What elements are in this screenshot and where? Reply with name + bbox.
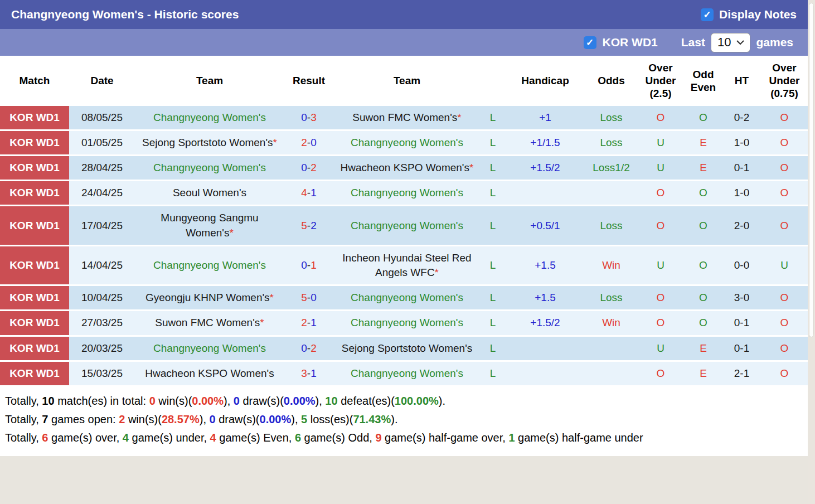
league-link[interactable]: L <box>490 137 496 148</box>
league-link-cell[interactable]: L <box>481 206 505 245</box>
vertical-scrollbar-thumb[interactable] <box>809 3 814 337</box>
summary-segment: 10 <box>42 395 54 407</box>
league-link-cell[interactable]: L <box>481 311 505 336</box>
league-link-cell[interactable]: L <box>481 245 505 285</box>
star-mark: * <box>457 112 461 123</box>
over-under-075-value: O <box>780 342 789 354</box>
league-link[interactable]: L <box>490 220 496 231</box>
last-label: Last <box>681 36 705 49</box>
over-under-075-value: O <box>780 367 789 379</box>
home-score: 0 <box>301 259 307 271</box>
display-notes-checkbox[interactable]: ✓ <box>701 8 714 21</box>
home-score: 0 <box>301 342 307 354</box>
odd-even-cell: O <box>684 206 722 245</box>
over-under-25-value: U <box>657 137 664 148</box>
odds-cell: Loss1/2 <box>585 155 637 180</box>
away-score: 1 <box>311 187 317 198</box>
games-label: games <box>756 36 793 49</box>
odd-even-value: O <box>699 187 707 198</box>
over-under-075-value: O <box>780 162 789 173</box>
summary-segment: game(s) under, <box>129 432 210 444</box>
away-score: 2 <box>311 162 317 173</box>
away-score: 0 <box>311 137 317 148</box>
league-link-cell[interactable]: L <box>481 130 505 155</box>
home-team-cell: Changnyeong Women's <box>135 155 284 180</box>
home-team-cell: Sejong Sportstoto Women's* <box>135 130 284 155</box>
odd-even-cell: O <box>684 106 722 130</box>
team-name: Changnyeong Women's <box>153 259 266 271</box>
col-header-over-under-075: Over Under (0.75) <box>761 56 808 106</box>
result-cell: 2-0 <box>284 130 333 155</box>
home-team-cell: Changnyeong Women's <box>135 106 284 130</box>
home-score: 4 <box>301 187 307 198</box>
league-link-cell[interactable]: L <box>481 181 505 206</box>
half-time-score-cell: 0-2 <box>722 106 761 130</box>
odds-cell: Loss <box>585 285 637 311</box>
summary-segment: 0.00% <box>192 395 224 407</box>
match-league-badge: KOR WD1 <box>0 336 69 361</box>
handicap-cell: +1.5 <box>505 285 585 311</box>
away-score: 2 <box>311 342 317 354</box>
table-row: KOR WD127/03/25Suwon FMC Women's*2-1Chan… <box>0 311 808 336</box>
league-link[interactable]: L <box>490 317 496 328</box>
summary-segment: 0 <box>234 395 240 407</box>
col-header-result: Result <box>284 56 333 106</box>
summary-segment: 1 <box>508 432 515 444</box>
league-link[interactable]: L <box>490 259 496 271</box>
handicap-cell <box>505 361 585 386</box>
table-row: KOR WD115/03/25Hwacheon KSPO Women's3-1C… <box>0 361 808 386</box>
col-header-match: Match <box>0 56 69 106</box>
league-link[interactable]: L <box>490 292 496 303</box>
col-header-odds: Odds <box>585 56 637 106</box>
league-link[interactable]: L <box>490 342 496 354</box>
handicap-value: +1.5/2 <box>530 162 560 173</box>
odd-even-cell: E <box>684 130 722 155</box>
team-name: Changnyeong Women's <box>153 342 266 354</box>
summary-segment: 4 <box>123 432 129 444</box>
team-name: Changnyeong Women's <box>351 292 463 303</box>
league-link[interactable]: L <box>490 367 496 379</box>
summary-segment: ). <box>391 413 397 425</box>
league-link-cell[interactable]: L <box>481 285 505 311</box>
over-under-25-value: O <box>657 220 665 231</box>
last-games-select[interactable]: 10 <box>711 33 750 52</box>
over-under-25-value: U <box>657 342 664 354</box>
odds-cell <box>585 181 637 206</box>
half-time-score-cell: 0-1 <box>722 155 761 180</box>
odd-even-value: O <box>699 220 707 231</box>
league-link[interactable]: L <box>490 187 496 198</box>
team-name: Changnyeong Women's <box>351 220 463 231</box>
over-under-075-value: O <box>780 112 789 123</box>
star-mark: * <box>435 266 439 278</box>
half-time-score-cell: 2-0 <box>722 206 761 245</box>
over-under-075-value: O <box>780 137 789 148</box>
league-link[interactable]: L <box>490 162 496 173</box>
home-team-cell: Changnyeong Women's <box>135 336 284 361</box>
league-link[interactable]: L <box>490 112 496 123</box>
away-score: 3 <box>311 112 317 123</box>
vertical-scrollbar-track[interactable] <box>808 0 815 504</box>
result-cell: 4-1 <box>284 181 333 206</box>
odd-even-value: O <box>699 259 707 271</box>
star-mark: * <box>273 137 277 148</box>
check-icon: ✓ <box>586 38 594 47</box>
summary-section: Totally, 10 match(es) in total: 0 win(s)… <box>0 387 808 456</box>
home-score: 2 <box>301 317 307 328</box>
historic-scores-table: Match Date Team Result Team Handicap Odd… <box>0 56 808 387</box>
league-link-cell[interactable]: L <box>481 155 505 180</box>
half-time-score-cell: 1-0 <box>722 130 761 155</box>
league-link-cell[interactable]: L <box>481 361 505 386</box>
over-under-25-cell: O <box>637 361 684 386</box>
league-link-cell[interactable]: L <box>481 336 505 361</box>
league-checkbox[interactable]: ✓ <box>584 36 596 49</box>
odd-even-value: E <box>700 342 707 354</box>
summary-segment: game(s) Even, <box>216 432 295 444</box>
home-team-cell: Gyeongju KHNP Women's* <box>135 285 284 311</box>
table-row: KOR WD101/05/25Sejong Sportstoto Women's… <box>0 130 808 155</box>
handicap-value: +1/1.5 <box>530 137 560 148</box>
col-header-odd-even: Odd Even <box>684 56 722 106</box>
match-date: 08/05/25 <box>69 106 135 130</box>
team-name: Incheon Hyundai Steel Red Angels WFC <box>342 252 471 278</box>
league-link-cell[interactable]: L <box>481 106 505 130</box>
summary-segment: 0.00% <box>260 413 292 425</box>
